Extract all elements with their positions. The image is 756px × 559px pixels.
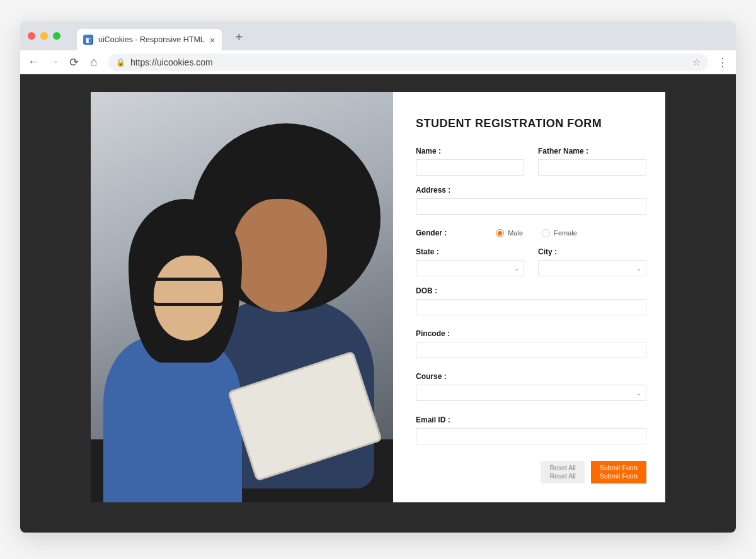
dob-label: DOB : — [416, 286, 646, 295]
address-input[interactable] — [416, 198, 646, 215]
father-name-input[interactable] — [538, 159, 646, 176]
form-panel: STUDENT REGISTRATION FORM Name : Father … — [393, 92, 665, 502]
gender-female-radio[interactable]: Female — [542, 229, 577, 237]
browser-window: ◧ uiCookies - Responsive HTML × + ← → ⟳ … — [20, 21, 736, 533]
reset-button[interactable]: Reset All Reset All — [541, 461, 584, 483]
window-controls — [28, 32, 60, 40]
father-name-label: Father Name : — [538, 147, 646, 155]
gender-label: Gender : — [416, 229, 447, 237]
submit-button[interactable]: Submit Form Submit Form — [591, 461, 646, 483]
reload-button[interactable]: ⟳ — [68, 55, 79, 69]
browser-tab[interactable]: ◧ uiCookies - Responsive HTML × — [77, 29, 222, 50]
email-input[interactable] — [416, 428, 646, 444]
hero-image — [91, 92, 393, 502]
page-content: STUDENT REGISTRATION FORM Name : Father … — [20, 74, 736, 533]
close-tab-icon[interactable]: × — [210, 35, 215, 45]
menu-kebab-icon[interactable]: ⋮ — [717, 55, 728, 69]
state-label: State : — [416, 247, 524, 256]
state-select[interactable] — [416, 260, 524, 276]
bookmark-star-icon[interactable]: ☆ — [692, 57, 701, 68]
radio-dot-icon — [496, 229, 504, 237]
name-input[interactable] — [416, 159, 524, 176]
tab-strip: ◧ uiCookies - Responsive HTML × + — [20, 21, 736, 50]
minimize-window-button[interactable] — [40, 32, 48, 40]
city-select[interactable] — [538, 260, 646, 276]
address-label: Address : — [416, 186, 646, 195]
gender-male-radio[interactable]: Male — [496, 229, 523, 237]
pincode-input[interactable] — [416, 342, 646, 358]
radio-dot-icon — [542, 229, 550, 237]
form-title: STUDENT REGISTRATION FORM — [416, 117, 646, 130]
new-tab-button[interactable]: + — [236, 30, 243, 45]
course-select[interactable] — [416, 385, 646, 401]
gender-female-label: Female — [554, 229, 577, 237]
url-text: https://uicookies.com — [130, 57, 213, 67]
maximize-window-button[interactable] — [53, 32, 60, 40]
email-label: Email ID : — [416, 415, 646, 424]
tab-title: uiCookies - Responsive HTML — [98, 35, 205, 44]
home-button[interactable]: ⌂ — [88, 55, 100, 69]
toolbar: ← → ⟳ ⌂ 🔒 https://uicookies.com ☆ ⋮ — [20, 50, 736, 74]
city-label: City : — [538, 247, 646, 256]
close-window-button[interactable] — [28, 32, 35, 40]
course-label: Course : — [416, 372, 646, 381]
back-button[interactable]: ← — [28, 55, 39, 69]
registration-card: STUDENT REGISTRATION FORM Name : Father … — [91, 92, 665, 502]
lock-icon: 🔒 — [116, 58, 125, 67]
gender-male-label: Male — [508, 229, 523, 237]
pincode-label: Pincode : — [416, 329, 646, 338]
name-label: Name : — [416, 147, 524, 155]
dob-input[interactable] — [416, 299, 646, 315]
address-bar[interactable]: 🔒 https://uicookies.com ☆ — [108, 54, 708, 71]
forward-button[interactable]: → — [48, 55, 59, 69]
favicon-icon: ◧ — [83, 35, 93, 45]
